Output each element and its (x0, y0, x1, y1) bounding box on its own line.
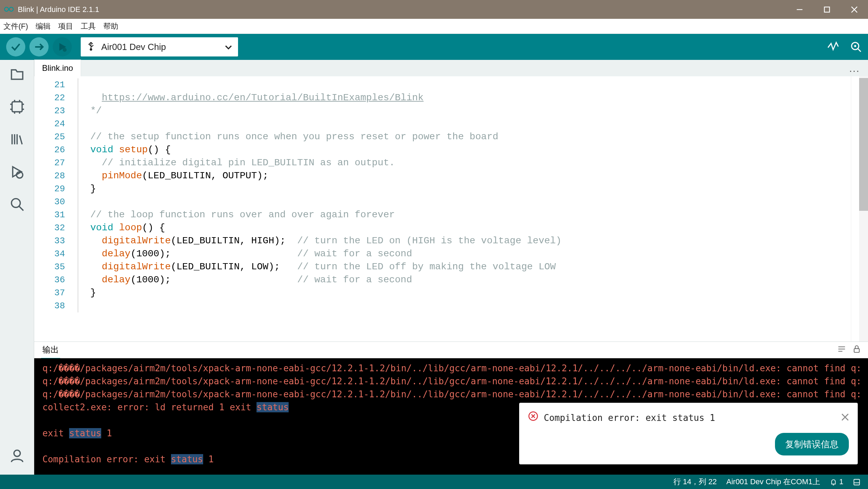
serial-monitor-button[interactable] (850, 40, 862, 54)
code-editor[interactable]: 212223242526272829303132333435363738 htt… (34, 76, 868, 342)
line-gutter: 212223242526272829303132333435363738 (34, 76, 71, 342)
status-close-panel[interactable] (853, 477, 860, 486)
code-content[interactable]: https://www.arduino.cc/en/Tutorial/Built… (85, 76, 562, 342)
upload-button[interactable] (29, 37, 49, 56)
svg-point-23 (11, 199, 20, 208)
status-board[interactable]: Air001 Dev Chip 在COM1上 (726, 477, 820, 487)
board-name: Air001 Dev Chip (101, 42, 166, 52)
arduino-logo-icon (4, 5, 14, 14)
tab-label: Blink.ino (42, 63, 73, 73)
svg-line-10 (858, 49, 861, 52)
notification-message: Compilation error: exit status 1 (544, 411, 715, 424)
error-icon (528, 411, 538, 425)
menu-edit[interactable]: 编辑 (36, 21, 51, 31)
sidebar-search[interactable] (10, 197, 25, 213)
status-cursor-pos[interactable]: 行 14，列 22 (673, 477, 717, 487)
output-wrap-icon[interactable] (837, 345, 846, 356)
editor-scrollbar[interactable] (859, 76, 868, 342)
menu-file[interactable]: 文件(F) (3, 21, 28, 31)
svg-rect-12 (12, 102, 22, 112)
sidebar-debug[interactable] (10, 164, 25, 180)
sidebar-boards-manager[interactable] (10, 99, 25, 115)
serial-plotter-button[interactable] (827, 40, 839, 54)
sidebar (0, 60, 34, 475)
window-close-button[interactable] (841, 0, 868, 19)
menu-project[interactable]: 项目 (58, 21, 73, 31)
minimap[interactable] (851, 76, 859, 342)
svg-point-11 (854, 45, 856, 47)
notification-close-button[interactable] (841, 411, 849, 424)
svg-point-25 (14, 450, 20, 456)
menu-tools[interactable]: 工具 (81, 21, 96, 31)
menu-help[interactable]: 帮助 (103, 21, 118, 31)
sidebar-explorer[interactable] (10, 67, 25, 83)
editor-tab-blink[interactable]: Blink.ino (34, 60, 81, 76)
menu-bar: 文件(F) 编辑 项目 工具 帮助 (0, 19, 868, 34)
svg-rect-32 (854, 479, 860, 485)
copy-error-button[interactable]: 复制错误信息 (775, 433, 849, 455)
output-lock-icon[interactable] (852, 345, 861, 356)
output-tab-label[interactable]: 输出 (41, 342, 60, 359)
output-console[interactable]: q:/����/packages/airm2m/tools/xpack-arm-… (34, 358, 868, 475)
sidebar-library-manager[interactable] (10, 132, 25, 148)
title-bar: Blink | Arduino IDE 2.1.1 (0, 0, 868, 19)
svg-point-1 (9, 7, 13, 11)
svg-line-24 (19, 206, 23, 211)
fold-bar (71, 76, 85, 342)
toolbar: Air001 Dev Chip (0, 34, 868, 60)
output-header: 输出 (34, 342, 868, 358)
window-minimize-button[interactable] (786, 0, 813, 19)
verify-button[interactable] (6, 37, 25, 56)
svg-rect-26 (854, 349, 859, 352)
chevron-down-icon (225, 42, 232, 52)
status-bar: 行 14，列 22 Air001 Dev Chip 在COM1上 1 (0, 475, 868, 489)
compilation-error-notification: Compilation error: exit status 1 复制错误信息 (519, 403, 858, 464)
svg-point-0 (4, 7, 9, 11)
svg-rect-3 (825, 7, 830, 12)
debug-button[interactable] (53, 37, 72, 56)
window-title: Blink | Arduino IDE 2.1.1 (18, 5, 786, 14)
sidebar-account[interactable] (10, 448, 25, 464)
board-selector[interactable]: Air001 Dev Chip (81, 37, 238, 56)
svg-point-7 (63, 48, 66, 52)
tab-overflow-button[interactable]: ··· (849, 65, 861, 76)
window-maximize-button[interactable] (813, 0, 841, 19)
editor-tabs: Blink.ino ··· (34, 60, 868, 76)
status-notifications[interactable]: 1 (830, 477, 843, 486)
usb-icon (87, 41, 95, 53)
